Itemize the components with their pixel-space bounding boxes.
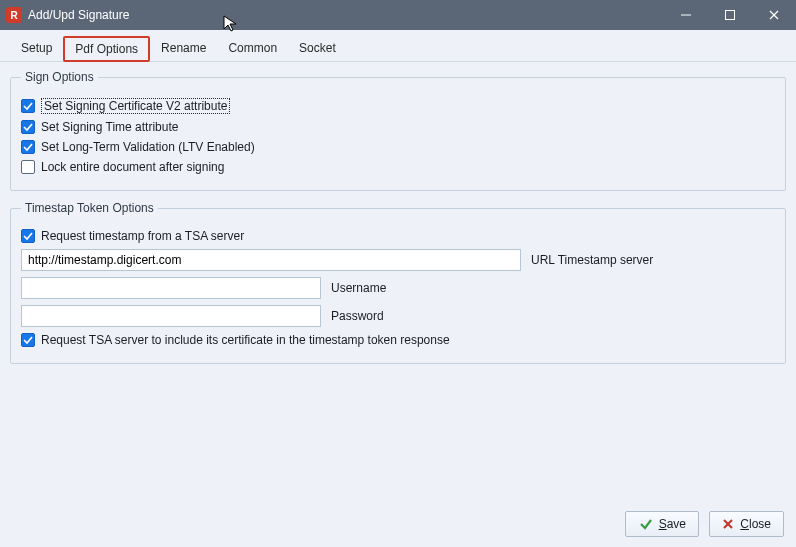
group-sign-options-legend: Sign Options: [21, 70, 98, 84]
tab-setup[interactable]: Setup: [10, 36, 63, 62]
footer-buttons: Save Close: [625, 511, 784, 537]
app-icon: R: [6, 7, 22, 23]
maximize-icon: [724, 9, 736, 21]
checkbox-set-time[interactable]: [21, 120, 35, 134]
group-tsa-options: Timestap Token Options Request timestamp…: [10, 201, 786, 364]
label-lock-document: Lock entire document after signing: [41, 160, 224, 174]
window-controls: [664, 0, 796, 30]
tab-bar: Setup Pdf Options Rename Common Socket: [0, 30, 796, 62]
content-area: Sign Options Set Signing Certificate V2 …: [0, 62, 796, 382]
save-button-label: Save: [659, 517, 686, 531]
svg-rect-1: [726, 11, 735, 20]
check-icon: [23, 231, 33, 241]
label-tsa-password: Password: [331, 309, 384, 323]
x-red-icon: [722, 518, 734, 530]
label-include-cert: Request TSA server to include its certif…: [41, 333, 450, 347]
label-set-v2: Set Signing Certificate V2 attribute: [41, 98, 230, 114]
window-title: Add/Upd Signature: [28, 8, 664, 22]
label-set-time: Set Signing Time attribute: [41, 120, 178, 134]
close-icon: [768, 9, 780, 21]
input-tsa-url[interactable]: [21, 249, 521, 271]
close-window-button[interactable]: [752, 0, 796, 30]
save-button[interactable]: Save: [625, 511, 699, 537]
minimize-icon: [680, 9, 692, 21]
tab-socket[interactable]: Socket: [288, 36, 347, 62]
checkbox-request-tsa[interactable]: [21, 229, 35, 243]
check-icon: [23, 142, 33, 152]
check-green-icon: [639, 517, 653, 531]
checkbox-set-v2[interactable]: [21, 99, 35, 113]
group-sign-options: Sign Options Set Signing Certificate V2 …: [10, 70, 786, 191]
minimize-button[interactable]: [664, 0, 708, 30]
close-button-label: Close: [740, 517, 771, 531]
tab-rename[interactable]: Rename: [150, 36, 217, 62]
input-tsa-password[interactable]: [21, 305, 321, 327]
tab-common[interactable]: Common: [217, 36, 288, 62]
maximize-button[interactable]: [708, 0, 752, 30]
label-request-tsa: Request timestamp from a TSA server: [41, 229, 244, 243]
checkbox-lock-document[interactable]: [21, 160, 35, 174]
group-tsa-options-legend: Timestap Token Options: [21, 201, 158, 215]
label-tsa-username: Username: [331, 281, 386, 295]
label-tsa-url: URL Timestamp server: [531, 253, 653, 267]
check-icon: [23, 122, 33, 132]
input-tsa-username[interactable]: [21, 277, 321, 299]
label-set-ltv: Set Long-Term Validation (LTV Enabled): [41, 140, 255, 154]
titlebar: R Add/Upd Signature: [0, 0, 796, 30]
check-icon: [23, 101, 33, 111]
close-button[interactable]: Close: [709, 511, 784, 537]
checkbox-include-cert[interactable]: [21, 333, 35, 347]
tab-pdf-options[interactable]: Pdf Options: [63, 36, 150, 62]
checkbox-set-ltv[interactable]: [21, 140, 35, 154]
check-icon: [23, 335, 33, 345]
